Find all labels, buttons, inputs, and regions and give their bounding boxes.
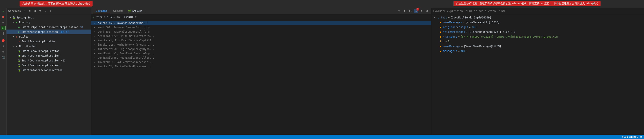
var-equals: = [458, 50, 460, 52]
separator [1, 37, 5, 37]
stack-frame[interactable]: • sendEmail:-1, PushEmailServiceImp... [91, 51, 431, 56]
app-node[interactable]: 🍃 SmartDataCenterApplication [6, 68, 91, 72]
smart-message-chevron [14, 30, 18, 34]
stack-frame[interactable]: • sendEmail:58, PushEmailController... [91, 56, 431, 60]
evaluate-icon[interactable]: ≡ [419, 9, 424, 13]
pause-button[interactable]: ‖ [1, 31, 6, 36]
right-panel: ▶ ≡ this = {JavaMailSenderImpl@16049} ● … [431, 8, 644, 135]
var-chevron [433, 26, 438, 29]
var-type-icon: ● [439, 30, 442, 34]
smart-system-label: SmartSystemApplication [22, 40, 56, 43]
app-icon: 🍃 [18, 49, 21, 53]
add-icon[interactable]: + [49, 9, 52, 13]
var-item[interactable]: ● transport = {SMTPTransport@16238} "smt… [431, 34, 644, 39]
running-label: Running [19, 21, 30, 24]
var-item[interactable]: ● originalMessages = null [431, 25, 644, 30]
stack-frame[interactable]: • send:356, JavaMailSenderImpl (org [91, 30, 431, 34]
var-type-icon: i [439, 40, 442, 43]
app-icon: 🍃 [18, 68, 21, 72]
spring-boot-label: Spring Boot [16, 16, 34, 19]
smart-message-node[interactable]: ▶ SmartMessageApplication :8215/ [6, 30, 91, 34]
stack-frame[interactable]: • invoke:62, NativeMethodAccessor... [91, 64, 431, 69]
step-over-icon[interactable]: ⬚ [397, 9, 401, 13]
app-label: SmartCustomerApplication [22, 64, 59, 67]
var-item[interactable]: ● mimeMessages = {MimeMessage[1]@16236} [431, 20, 644, 25]
var-item[interactable]: ● mimeMessage = {SmartMimeMessage@16239} [431, 44, 644, 49]
stack-frame[interactable]: • intercept:688, CglibAopProxy$Dyna... [91, 47, 431, 51]
frame-icon: • [93, 34, 96, 38]
var-name: originalMessages [443, 26, 468, 29]
filter-icon[interactable]: ▼ [135, 16, 136, 18]
frame-icon: • [93, 26, 96, 29]
refresh-icon[interactable]: ↺ [22, 9, 26, 13]
status-bar: CSDN @ideal-cs [0, 135, 644, 139]
app-node[interactable]: 🍃 SmartCoorWorkApplication [6, 54, 91, 58]
frame-text: sendEmail:58, PushEmailController... [98, 56, 154, 59]
eval-input[interactable] [433, 10, 642, 12]
app-node[interactable]: 🍃 SmartCustomerApplication [6, 63, 91, 68]
var-list-content: ▶ ≡ this = {JavaMailSenderImpl@16049} ● … [431, 15, 644, 54]
collapse-all-icon[interactable]: ≡ [28, 9, 32, 13]
var-item[interactable]: ▶ ≡ this = {JavaMailSenderImpl@16049} [431, 15, 644, 20]
toolbar-icons: ⬚ ⬇ ⬇⬇ ⤵ 1 ≡ ⚙ [397, 9, 429, 13]
stack-frame[interactable]: • invoke:-1, PushEmailServiceImpl$$I [91, 38, 431, 42]
group-icon[interactable]: ⊞ [33, 9, 37, 13]
stack-frame[interactable]: • invoke:218, MethodProxy (org.sprin... [91, 42, 431, 47]
expand-chevron: ▼ [9, 16, 12, 19]
spring-boot-node[interactable]: ▼ 🍃 Spring Boot [6, 15, 91, 20]
stop-button[interactable]: ■ [1, 14, 6, 19]
step-into-icon[interactable]: ⬇ [402, 9, 407, 13]
failed-icon: ⚠ [15, 35, 18, 38]
settings-button[interactable]: ⚙ [1, 49, 6, 54]
step-over-button[interactable]: ⤵ [1, 44, 6, 48]
resume-cursor-icon[interactable]: ⤵ 1 [414, 9, 418, 13]
not-started-label: Not Started [19, 45, 36, 48]
app-label: SmartBehaviorApplication [22, 50, 59, 52]
var-type-icon: ● [439, 49, 442, 53]
stack-frame[interactable]: • send:361, JavaMailSenderImpl (org [91, 25, 431, 30]
variable-list: ▶ ≡ this = {JavaMailSenderImpl@16049} ● … [431, 14, 644, 135]
force-step-into-icon[interactable]: ⬇⬇ [408, 9, 412, 13]
var-item[interactable]: ● messageId = null [431, 49, 644, 54]
sidebar-toolbar: ↺ ≡ ⊞ ▼ ⇅ + [22, 9, 52, 13]
filter-icon[interactable]: ▼ [38, 9, 42, 13]
resume-button[interactable]: ▶ [1, 26, 6, 30]
stack-frame[interactable]: • sendEmail:222, PushEmailServiceIm... [91, 34, 431, 38]
app-icon: 🍃 [18, 54, 21, 58]
var-item[interactable]: ● failedMessages = {LinkedHashMap@16237}… [431, 30, 644, 34]
frame-text: sendEmail:-1, PushEmailServiceImp... [98, 52, 154, 55]
var-item[interactable]: i i = 0 [431, 39, 644, 44]
settings-icon[interactable]: ⚙ [425, 9, 429, 13]
failed-group[interactable]: ▼ ⚠ Failed [6, 34, 91, 39]
var-type-icon: ≡ [436, 16, 440, 19]
actuator-tab[interactable]: 🌿 Actuator [126, 9, 144, 13]
var-type-icon: ● [439, 21, 442, 24]
app-node[interactable]: 🍃 SmartCoorWorkApplication (1) [6, 58, 91, 63]
smart-hr-chevron [14, 26, 18, 29]
running-icon: ▶ [15, 21, 18, 24]
stack-frame[interactable]: • invoke0:-1, NativeMethodAccessor... [91, 60, 431, 64]
app-label: SmartCoorWorkApplication (1) [22, 59, 66, 62]
debugger-tab[interactable]: Debugger [93, 8, 110, 14]
edit-button[interactable]: ✏ [1, 20, 6, 25]
not-started-group[interactable]: ▼ ✗ Not Started [6, 44, 91, 49]
smart-message-port[interactable]: :8215/ [59, 30, 69, 34]
frame-icon: • [93, 43, 96, 46]
app-node[interactable]: 🍃 SmartBehaviorApplication [6, 49, 91, 54]
rerun-button[interactable]: ↺ [1, 9, 6, 14]
app-label: SmartCoorWorkApplication [22, 54, 59, 57]
sort-icon[interactable]: ⇅ [44, 9, 47, 13]
running-chevron: ▼ [12, 21, 15, 24]
frame-text: send:356, JavaMailSenderImpl (org [98, 30, 150, 33]
running-check: ✓ [93, 16, 94, 18]
breakpoint-button[interactable]: ⬤ [1, 38, 6, 43]
running-group[interactable]: ▼ ▶ Running [6, 20, 91, 25]
smart-hr-node[interactable]: ▶ SmartHrApplicationSmartHrApplication :… [6, 25, 91, 30]
console-tab[interactable]: Console [110, 8, 125, 14]
snapshot-button[interactable]: 📷 [1, 55, 6, 60]
smart-system-node[interactable]: ⚠ SmartSystemApplication [6, 39, 91, 44]
frame-icon: • [93, 39, 96, 42]
stack-frame[interactable]: → doSend:459, JavaMailSenderImpl ( [91, 21, 431, 25]
not-started-icon: ✗ [15, 44, 18, 48]
smart-hr-port[interactable]: :8 [80, 26, 83, 29]
